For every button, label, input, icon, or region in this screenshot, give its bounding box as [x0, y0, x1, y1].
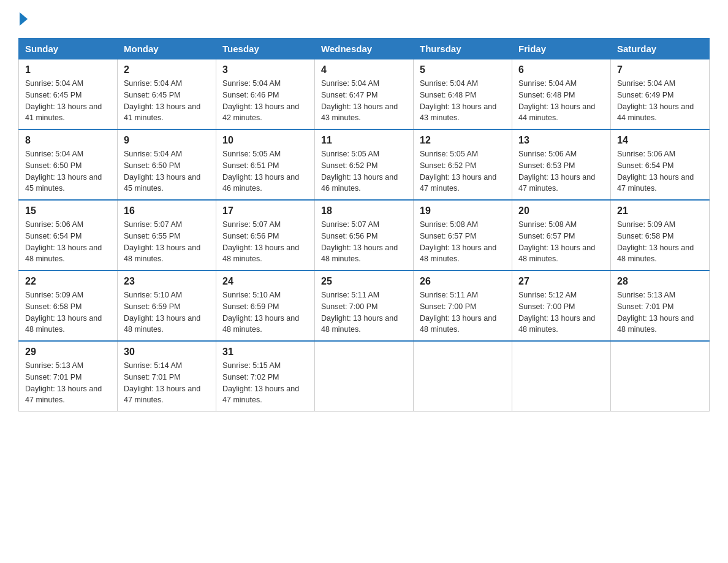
- weekday-header-wednesday: Wednesday: [315, 39, 414, 59]
- day-info: Sunrise: 5:09 AMSunset: 6:58 PMDaylight:…: [617, 219, 703, 265]
- empty-cell: [512, 341, 611, 412]
- day-info: Sunrise: 5:05 AMSunset: 6:51 PMDaylight:…: [222, 148, 308, 194]
- day-number: 22: [25, 276, 111, 287]
- day-info: Sunrise: 5:07 AMSunset: 6:56 PMDaylight:…: [321, 219, 407, 265]
- weekday-header-row: SundayMondayTuesdayWednesdayThursdayFrid…: [19, 39, 710, 59]
- day-info: Sunrise: 5:13 AMSunset: 7:01 PMDaylight:…: [25, 360, 111, 406]
- day-number: 28: [617, 276, 703, 287]
- day-cell-8: 8Sunrise: 5:04 AMSunset: 6:50 PMDaylight…: [19, 129, 118, 200]
- day-info: Sunrise: 5:04 AMSunset: 6:50 PMDaylight:…: [124, 148, 210, 194]
- day-cell-9: 9Sunrise: 5:04 AMSunset: 6:50 PMDaylight…: [118, 129, 216, 200]
- day-number: 17: [222, 205, 308, 216]
- day-number: 14: [617, 135, 703, 146]
- week-row-5: 29Sunrise: 5:13 AMSunset: 7:01 PMDayligh…: [19, 341, 710, 412]
- day-info: Sunrise: 5:06 AMSunset: 6:53 PMDaylight:…: [518, 148, 604, 194]
- day-info: Sunrise: 5:04 AMSunset: 6:48 PMDaylight:…: [420, 78, 506, 124]
- day-number: 3: [222, 64, 308, 75]
- day-number: 26: [420, 276, 506, 287]
- weekday-header-saturday: Saturday: [611, 39, 710, 59]
- day-number: 18: [321, 205, 407, 216]
- day-cell-23: 23Sunrise: 5:10 AMSunset: 6:59 PMDayligh…: [118, 270, 216, 341]
- day-number: 13: [518, 135, 604, 146]
- week-row-3: 15Sunrise: 5:06 AMSunset: 6:54 PMDayligh…: [19, 200, 710, 270]
- day-cell-28: 28Sunrise: 5:13 AMSunset: 7:01 PMDayligh…: [611, 270, 710, 341]
- day-number: 12: [420, 135, 506, 146]
- day-cell-4: 4Sunrise: 5:04 AMSunset: 6:47 PMDaylight…: [315, 59, 414, 130]
- day-cell-7: 7Sunrise: 5:04 AMSunset: 6:49 PMDaylight…: [611, 59, 710, 130]
- day-number: 19: [420, 205, 506, 216]
- day-cell-13: 13Sunrise: 5:06 AMSunset: 6:53 PMDayligh…: [512, 129, 611, 200]
- weekday-header-sunday: Sunday: [19, 39, 118, 59]
- day-cell-21: 21Sunrise: 5:09 AMSunset: 6:58 PMDayligh…: [611, 200, 710, 270]
- day-info: Sunrise: 5:07 AMSunset: 6:56 PMDaylight:…: [222, 219, 308, 265]
- day-cell-17: 17Sunrise: 5:07 AMSunset: 6:56 PMDayligh…: [216, 200, 315, 270]
- day-info: Sunrise: 5:15 AMSunset: 7:02 PMDaylight:…: [222, 360, 308, 406]
- day-number: 24: [222, 276, 308, 287]
- day-cell-19: 19Sunrise: 5:08 AMSunset: 6:57 PMDayligh…: [414, 200, 512, 270]
- day-info: Sunrise: 5:04 AMSunset: 6:46 PMDaylight:…: [222, 78, 308, 124]
- day-info: Sunrise: 5:10 AMSunset: 6:59 PMDaylight:…: [222, 289, 308, 335]
- day-number: 29: [25, 347, 111, 358]
- day-number: 10: [222, 135, 308, 146]
- day-number: 23: [124, 276, 210, 287]
- day-number: 25: [321, 276, 407, 287]
- day-info: Sunrise: 5:06 AMSunset: 6:54 PMDaylight:…: [617, 148, 703, 194]
- day-number: 8: [25, 135, 111, 146]
- day-cell-29: 29Sunrise: 5:13 AMSunset: 7:01 PMDayligh…: [19, 341, 118, 412]
- day-number: 4: [321, 64, 407, 75]
- day-info: Sunrise: 5:09 AMSunset: 6:58 PMDaylight:…: [25, 289, 111, 335]
- day-number: 31: [222, 347, 308, 358]
- day-cell-14: 14Sunrise: 5:06 AMSunset: 6:54 PMDayligh…: [611, 129, 710, 200]
- day-info: Sunrise: 5:04 AMSunset: 6:45 PMDaylight:…: [25, 78, 111, 124]
- day-number: 2: [124, 64, 210, 75]
- day-info: Sunrise: 5:07 AMSunset: 6:55 PMDaylight:…: [124, 219, 210, 265]
- day-number: 9: [124, 135, 210, 146]
- day-info: Sunrise: 5:04 AMSunset: 6:49 PMDaylight:…: [617, 78, 703, 124]
- day-info: Sunrise: 5:11 AMSunset: 7:00 PMDaylight:…: [420, 289, 506, 335]
- day-cell-12: 12Sunrise: 5:05 AMSunset: 6:52 PMDayligh…: [414, 129, 512, 200]
- day-cell-25: 25Sunrise: 5:11 AMSunset: 7:00 PMDayligh…: [315, 270, 414, 341]
- logo: [18, 12, 28, 27]
- day-number: 30: [124, 347, 210, 358]
- day-number: 21: [617, 205, 703, 216]
- day-cell-5: 5Sunrise: 5:04 AMSunset: 6:48 PMDaylight…: [414, 59, 512, 130]
- day-info: Sunrise: 5:08 AMSunset: 6:57 PMDaylight:…: [518, 219, 604, 265]
- day-info: Sunrise: 5:06 AMSunset: 6:54 PMDaylight:…: [25, 219, 111, 265]
- day-cell-22: 22Sunrise: 5:09 AMSunset: 6:58 PMDayligh…: [19, 270, 118, 341]
- weekday-header-monday: Monday: [118, 39, 216, 59]
- weekday-header-tuesday: Tuesday: [216, 39, 315, 59]
- weekday-header-friday: Friday: [512, 39, 611, 59]
- day-number: 7: [617, 64, 703, 75]
- day-number: 11: [321, 135, 407, 146]
- empty-cell: [414, 341, 512, 412]
- day-info: Sunrise: 5:04 AMSunset: 6:50 PMDaylight:…: [25, 148, 111, 194]
- day-cell-11: 11Sunrise: 5:05 AMSunset: 6:52 PMDayligh…: [315, 129, 414, 200]
- day-number: 15: [25, 205, 111, 216]
- week-row-4: 22Sunrise: 5:09 AMSunset: 6:58 PMDayligh…: [19, 270, 710, 341]
- calendar-table: SundayMondayTuesdayWednesdayThursdayFrid…: [18, 38, 710, 412]
- day-cell-30: 30Sunrise: 5:14 AMSunset: 7:01 PMDayligh…: [118, 341, 216, 412]
- day-info: Sunrise: 5:12 AMSunset: 7:00 PMDaylight:…: [518, 289, 604, 335]
- day-cell-24: 24Sunrise: 5:10 AMSunset: 6:59 PMDayligh…: [216, 270, 315, 341]
- logo-triangle-icon: [20, 12, 28, 26]
- day-info: Sunrise: 5:08 AMSunset: 6:57 PMDaylight:…: [420, 219, 506, 265]
- week-row-2: 8Sunrise: 5:04 AMSunset: 6:50 PMDaylight…: [19, 129, 710, 200]
- day-cell-27: 27Sunrise: 5:12 AMSunset: 7:00 PMDayligh…: [512, 270, 611, 341]
- day-info: Sunrise: 5:05 AMSunset: 6:52 PMDaylight:…: [420, 148, 506, 194]
- day-cell-2: 2Sunrise: 5:04 AMSunset: 6:45 PMDaylight…: [118, 59, 216, 130]
- day-number: 1: [25, 64, 111, 75]
- empty-cell: [315, 341, 414, 412]
- page-header: [18, 12, 710, 27]
- day-cell-1: 1Sunrise: 5:04 AMSunset: 6:45 PMDaylight…: [19, 59, 118, 130]
- day-cell-3: 3Sunrise: 5:04 AMSunset: 6:46 PMDaylight…: [216, 59, 315, 130]
- day-info: Sunrise: 5:04 AMSunset: 6:48 PMDaylight:…: [518, 78, 604, 124]
- day-info: Sunrise: 5:05 AMSunset: 6:52 PMDaylight:…: [321, 148, 407, 194]
- day-cell-6: 6Sunrise: 5:04 AMSunset: 6:48 PMDaylight…: [512, 59, 611, 130]
- weekday-header-thursday: Thursday: [414, 39, 512, 59]
- day-info: Sunrise: 5:04 AMSunset: 6:47 PMDaylight:…: [321, 78, 407, 124]
- day-number: 27: [518, 276, 604, 287]
- day-info: Sunrise: 5:13 AMSunset: 7:01 PMDaylight:…: [617, 289, 703, 335]
- day-info: Sunrise: 5:14 AMSunset: 7:01 PMDaylight:…: [124, 360, 210, 406]
- day-cell-26: 26Sunrise: 5:11 AMSunset: 7:00 PMDayligh…: [414, 270, 512, 341]
- week-row-1: 1Sunrise: 5:04 AMSunset: 6:45 PMDaylight…: [19, 59, 710, 130]
